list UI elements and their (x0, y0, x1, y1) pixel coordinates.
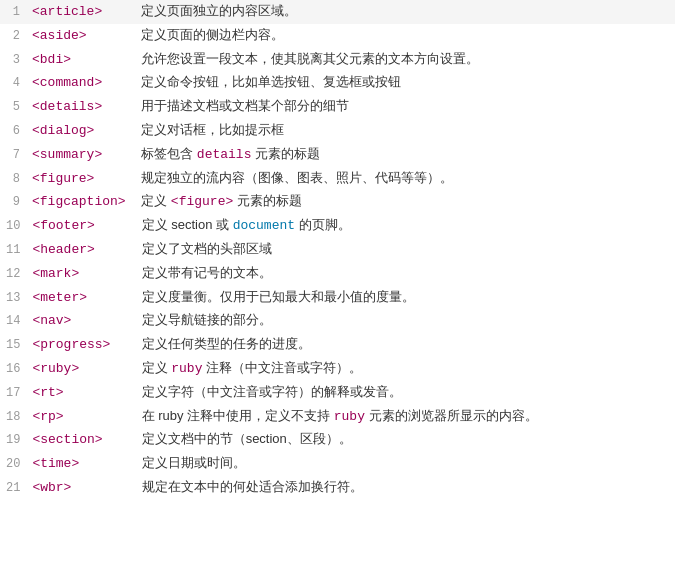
line-number: 15 (0, 336, 32, 355)
table-row: 13<meter> 定义度量衡。仅用于已知最大和最小值的度量。 (0, 286, 675, 310)
line-number: 5 (0, 98, 32, 117)
line-number: 3 (0, 51, 32, 70)
line-number: 4 (0, 74, 32, 93)
table-row: 18<rp> 在 ruby 注释中使用，定义不支持 ruby 元素的浏览器所显示… (0, 405, 675, 429)
table-row: 1<article> 定义页面独立的内容区域。 (0, 0, 675, 24)
line-number: 2 (0, 27, 32, 46)
description: 标签包含 details 元素的标题 (141, 146, 320, 161)
description: 允许您设置一段文本，使其脱离其父元素的文本方向设置。 (141, 51, 479, 66)
table-row: 16<ruby> 定义 ruby 注释（中文注音或字符）。 (0, 357, 675, 381)
code-viewer: 1<article> 定义页面独立的内容区域。2<aside> 定义页面的侧边栏… (0, 0, 675, 500)
html-tag: <meter> (32, 290, 141, 305)
line-number: 6 (0, 122, 32, 141)
description: 定义 ruby 注释（中文注音或字符）。 (142, 360, 362, 375)
table-row: 2<aside> 定义页面的侧边栏内容。 (0, 24, 675, 48)
description: 定义页面的侧边栏内容。 (141, 27, 284, 42)
html-tag: <bdi> (32, 52, 141, 67)
table-row: 20<time> 定义日期或时间。 (0, 452, 675, 476)
html-tag: <details> (32, 99, 141, 114)
description: 定义任何类型的任务的进度。 (142, 336, 311, 351)
html-tag: <rt> (32, 385, 141, 400)
code-content: <time> 定义日期或时间。 (32, 453, 675, 475)
table-row: 12<mark> 定义带有记号的文本。 (0, 262, 675, 286)
description: 定义文档中的节（section、区段）。 (142, 431, 352, 446)
description: 定义 section 或 document 的页脚。 (142, 217, 351, 232)
table-row: 3<bdi> 允许您设置一段文本，使其脱离其父元素的文本方向设置。 (0, 48, 675, 72)
code-content: <rt> 定义字符（中文注音或字符）的解释或发音。 (32, 382, 675, 404)
code-content: <meter> 定义度量衡。仅用于已知最大和最小值的度量。 (32, 287, 675, 309)
description: 定义对话框，比如提示框 (141, 122, 284, 137)
html-tag: <ruby> (32, 361, 141, 376)
html-tag: <aside> (32, 28, 141, 43)
line-number: 1 (0, 3, 32, 22)
line-number: 11 (0, 241, 32, 260)
table-row: 8<figure> 规定独立的流内容（图像、图表、照片、代码等等）。 (0, 167, 675, 191)
html-tag: <footer> (32, 218, 141, 233)
description: 定义导航链接的部分。 (142, 312, 272, 327)
description: 定义度量衡。仅用于已知最大和最小值的度量。 (142, 289, 415, 304)
code-content: <article> 定义页面独立的内容区域。 (32, 1, 675, 23)
table-row: 9<figcaption> 定义 <figure> 元素的标题 (0, 190, 675, 214)
html-tag: <header> (32, 242, 141, 257)
code-content: <rp> 在 ruby 注释中使用，定义不支持 ruby 元素的浏览器所显示的内… (32, 406, 675, 428)
code-content: <figcaption> 定义 <figure> 元素的标题 (32, 191, 675, 213)
code-content: <figure> 规定独立的流内容（图像、图表、照片、代码等等）。 (32, 168, 675, 190)
table-row: 21<wbr> 规定在文本中的何处适合添加换行符。 (0, 476, 675, 500)
table-row: 4<command> 定义命令按钮，比如单选按钮、复选框或按钮 (0, 71, 675, 95)
code-content: <footer> 定义 section 或 document 的页脚。 (32, 215, 675, 237)
html-tag: <wbr> (32, 480, 141, 495)
table-row: 6<dialog> 定义对话框，比如提示框 (0, 119, 675, 143)
html-tag: <figcaption> (32, 194, 141, 209)
html-tag: <section> (32, 432, 141, 447)
html-tag: <article> (32, 4, 141, 19)
html-tag: <summary> (32, 147, 141, 162)
code-content: <nav> 定义导航链接的部分。 (32, 310, 675, 332)
line-number: 8 (0, 170, 32, 189)
html-tag: <figure> (32, 171, 141, 186)
line-number: 20 (0, 455, 32, 474)
html-tag: <command> (32, 75, 141, 90)
table-row: 17<rt> 定义字符（中文注音或字符）的解释或发音。 (0, 381, 675, 405)
html-tag: <rp> (32, 409, 141, 424)
description: 定义页面独立的内容区域。 (141, 3, 297, 18)
code-content: <command> 定义命令按钮，比如单选按钮、复选框或按钮 (32, 72, 675, 94)
code-content: <dialog> 定义对话框，比如提示框 (32, 120, 675, 142)
html-tag: <progress> (32, 337, 141, 352)
code-content: <ruby> 定义 ruby 注释（中文注音或字符）。 (32, 358, 675, 380)
code-content: <bdi> 允许您设置一段文本，使其脱离其父元素的文本方向设置。 (32, 49, 675, 71)
description: 定义带有记号的文本。 (142, 265, 272, 280)
description: 定义 <figure> 元素的标题 (141, 193, 302, 208)
description: 规定在文本中的何处适合添加换行符。 (142, 479, 363, 494)
html-tag: <mark> (32, 266, 141, 281)
line-number: 9 (0, 193, 32, 212)
table-row: 10<footer> 定义 section 或 document 的页脚。 (0, 214, 675, 238)
code-content: <wbr> 规定在文本中的何处适合添加换行符。 (32, 477, 675, 499)
table-row: 7<summary> 标签包含 details 元素的标题 (0, 143, 675, 167)
table-row: 15<progress> 定义任何类型的任务的进度。 (0, 333, 675, 357)
table-row: 14<nav> 定义导航链接的部分。 (0, 309, 675, 333)
code-content: <summary> 标签包含 details 元素的标题 (32, 144, 675, 166)
description: 定义日期或时间。 (142, 455, 246, 470)
html-tag: <dialog> (32, 123, 141, 138)
code-content: <progress> 定义任何类型的任务的进度。 (32, 334, 675, 356)
html-tag: <time> (32, 456, 141, 471)
table-row: 11<header> 定义了文档的头部区域 (0, 238, 675, 262)
description: 在 ruby 注释中使用，定义不支持 ruby 元素的浏览器所显示的内容。 (142, 408, 538, 423)
line-number: 21 (0, 479, 32, 498)
line-number: 12 (0, 265, 32, 284)
description: 用于描述文档或文档某个部分的细节 (141, 98, 349, 113)
line-number: 16 (0, 360, 32, 379)
description: 定义了文档的头部区域 (142, 241, 272, 256)
code-content: <details> 用于描述文档或文档某个部分的细节 (32, 96, 675, 118)
html-tag: <nav> (32, 313, 141, 328)
line-number: 19 (0, 431, 32, 450)
line-number: 10 (0, 217, 32, 236)
line-number: 14 (0, 312, 32, 331)
description: 定义命令按钮，比如单选按钮、复选框或按钮 (141, 74, 401, 89)
code-content: <header> 定义了文档的头部区域 (32, 239, 675, 261)
line-number: 18 (0, 408, 32, 427)
description: 定义字符（中文注音或字符）的解释或发音。 (142, 384, 402, 399)
line-number: 7 (0, 146, 32, 165)
table-row: 5<details> 用于描述文档或文档某个部分的细节 (0, 95, 675, 119)
description: 规定独立的流内容（图像、图表、照片、代码等等）。 (141, 170, 453, 185)
